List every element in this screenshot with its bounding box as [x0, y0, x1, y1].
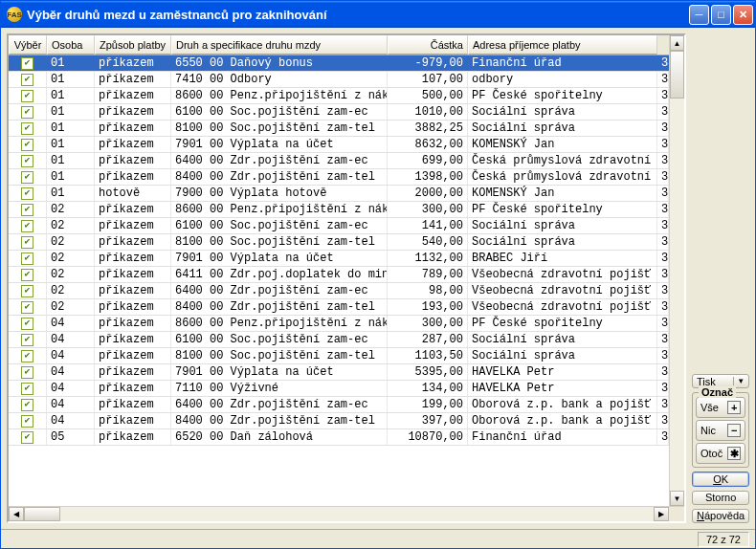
checkbox-icon[interactable]: ✔	[21, 106, 33, 119]
napoveda-button[interactable]: Nápověda	[692, 509, 749, 523]
row-checkbox-cell[interactable]: ✔	[9, 364, 47, 380]
table-row[interactable]: ✔02příkazem6411 00 Zdr.poj.doplatek do m…	[9, 267, 669, 283]
row-checkbox-cell[interactable]: ✔	[9, 234, 47, 250]
table-row[interactable]: ✔01příkazem7410 00 Odbory107,00odbory3	[9, 72, 669, 88]
checkbox-icon[interactable]: ✔	[21, 171, 33, 184]
scroll-left-button[interactable]: ◀	[9, 507, 24, 521]
row-checkbox-cell[interactable]: ✔	[9, 72, 47, 87]
checkbox-icon[interactable]: ✔	[21, 187, 33, 200]
checkbox-icon[interactable]: ✔	[21, 399, 33, 411]
table-row[interactable]: ✔02příkazem8400 00 Zdr.pojištění zam-tel…	[9, 299, 669, 316]
table-row[interactable]: ✔04příkazem6400 00 Zdr.pojištění zam-ec1…	[9, 397, 669, 413]
row-checkbox-cell[interactable]: ✔	[9, 299, 47, 315]
checkbox-icon[interactable]: ✔	[21, 236, 33, 249]
dropdown-icon[interactable]: ▼	[733, 377, 745, 385]
table-row[interactable]: ✔01příkazem8400 00 Zdr.pojištění zam-tel…	[9, 169, 669, 186]
checkbox-icon[interactable]: ✔	[21, 253, 33, 265]
checkbox-icon[interactable]: ✔	[21, 301, 33, 314]
table-row[interactable]: ✔02příkazem8100 00 Soc.pojištění zam-tel…	[9, 234, 669, 251]
otoc-button[interactable]: Otoč ✱	[696, 443, 745, 464]
checkbox-icon[interactable]: ✔	[21, 431, 33, 444]
row-checkbox-cell[interactable]: ✔	[9, 413, 47, 428]
table-row[interactable]: ✔01hotově7900 00 Výplata hotově2000,00KO…	[9, 186, 669, 202]
row-checkbox-cell[interactable]: ✔	[9, 104, 47, 120]
checkbox-icon[interactable]: ✔	[21, 90, 33, 102]
table-row[interactable]: ✔01příkazem6400 00 Zdr.pojištění zam-ec6…	[9, 153, 669, 169]
row-checkbox-cell[interactable]: ✔	[9, 397, 47, 412]
table-row[interactable]: ✔04příkazem8600 00 Penz.připojištění z n…	[9, 316, 669, 332]
table-row[interactable]: ✔04příkazem7901 00 Výplata na účet5395,0…	[9, 364, 669, 381]
col-druh[interactable]: Druh a specifikace druhu mzdy	[171, 35, 388, 55]
scroll-thumb[interactable]	[670, 51, 684, 99]
table-row[interactable]: ✔01příkazem8600 00 Penz.připojištění z n…	[9, 88, 669, 104]
table-row[interactable]: ✔04příkazem8100 00 Soc.pojištění zam-tel…	[9, 348, 669, 364]
col-castka[interactable]: Částka	[388, 35, 468, 55]
checkbox-icon[interactable]: ✔	[21, 318, 33, 330]
vertical-scrollbar[interactable]: ▲ ▼	[669, 35, 684, 506]
table-row[interactable]: ✔02příkazem6100 00 Soc.pojištění zam-ec1…	[9, 218, 669, 234]
table-row[interactable]: ✔01příkazem8100 00 Soc.pojištění zam-tel…	[9, 121, 669, 137]
vse-button[interactable]: Vše +	[696, 397, 745, 418]
row-checkbox-cell[interactable]: ✔	[9, 267, 47, 282]
data-grid[interactable]: Výběr Osoba Způsob platby Druh a specifi…	[7, 33, 686, 523]
scroll-down-button[interactable]: ▼	[670, 491, 684, 506]
minimize-button[interactable]: ─	[689, 5, 709, 25]
row-checkbox-cell[interactable]: ✔	[9, 429, 47, 445]
table-row[interactable]: ✔01příkazem6550 00 Daňový bonus-979,00Fi…	[9, 55, 669, 72]
horizontal-scrollbar[interactable]: ◀ ▶	[9, 507, 684, 521]
row-checkbox-cell[interactable]: ✔	[9, 251, 47, 266]
checkbox-icon[interactable]: ✔	[21, 139, 33, 151]
row-checkbox-cell[interactable]: ✔	[9, 169, 47, 185]
table-row[interactable]: ✔02příkazem8600 00 Penz.připojištění z n…	[9, 202, 669, 218]
close-button[interactable]: ✕	[733, 5, 753, 25]
table-row[interactable]: ✔04příkazem8400 00 Zdr.pojištění zam-tel…	[9, 413, 669, 429]
checkbox-icon[interactable]: ✔	[21, 366, 33, 379]
checkbox-icon[interactable]: ✔	[21, 220, 33, 232]
col-vyber[interactable]: Výběr	[9, 35, 47, 55]
checkbox-icon[interactable]: ✔	[21, 155, 33, 167]
checkbox-icon[interactable]: ✔	[21, 204, 33, 216]
row-checkbox-cell[interactable]: ✔	[9, 381, 47, 396]
table-row[interactable]: ✔01příkazem6100 00 Soc.pojištění zam-ec1…	[9, 104, 669, 121]
ok-button[interactable]: OK	[692, 472, 749, 486]
row-checkbox-cell[interactable]: ✔	[9, 348, 47, 363]
hscroll-track[interactable]	[24, 507, 654, 521]
row-checkbox-cell[interactable]: ✔	[9, 186, 47, 201]
checkbox-icon[interactable]: ✔	[21, 383, 33, 395]
table-row[interactable]: ✔04příkazem7110 00 Výživné134,00HAVELKA …	[9, 381, 669, 397]
storno-button[interactable]: Storno	[692, 491, 749, 505]
maximize-button[interactable]: □	[711, 5, 731, 25]
col-osoba[interactable]: Osoba	[47, 35, 95, 55]
row-checkbox-cell[interactable]: ✔	[9, 88, 47, 103]
row-checkbox-cell[interactable]: ✔	[9, 316, 47, 331]
table-row[interactable]: ✔05příkazem6520 00 Daň zálohová10870,00F…	[9, 429, 669, 446]
row-checkbox-cell[interactable]: ✔	[9, 283, 47, 298]
checkbox-icon[interactable]: ✔	[21, 334, 33, 346]
titlebar[interactable]: FAS Výběr druhů mezd u zaměstnanců pro z…	[1, 1, 755, 28]
checkbox-icon[interactable]: ✔	[21, 74, 33, 86]
scroll-track[interactable]	[670, 51, 684, 491]
col-zpusob[interactable]: Způsob platby	[95, 35, 171, 55]
table-row[interactable]: ✔02příkazem7901 00 Výplata na účet1132,0…	[9, 251, 669, 267]
table-row[interactable]: ✔04příkazem6100 00 Soc.pojištění zam-ec2…	[9, 332, 669, 348]
table-row[interactable]: ✔01příkazem7901 00 Výplata na účet8632,0…	[9, 137, 669, 153]
hscroll-thumb[interactable]	[24, 507, 60, 521]
row-checkbox-cell[interactable]: ✔	[9, 202, 47, 217]
nic-button[interactable]: Nic −	[696, 420, 745, 441]
row-checkbox-cell[interactable]: ✔	[9, 121, 47, 136]
scroll-up-button[interactable]: ▲	[670, 35, 684, 51]
table-row[interactable]: ✔02příkazem6400 00 Zdr.pojištění zam-ec9…	[9, 283, 669, 299]
row-checkbox-cell[interactable]: ✔	[9, 153, 47, 168]
scroll-right-button[interactable]: ▶	[654, 507, 669, 521]
checkbox-icon[interactable]: ✔	[21, 350, 33, 362]
checkbox-icon[interactable]: ✔	[21, 122, 33, 135]
grid-body[interactable]: ✔01příkazem6550 00 Daňový bonus-979,00Fi…	[9, 55, 669, 506]
col-adresa[interactable]: Adresa příjemce platby	[468, 35, 657, 55]
row-checkbox-cell[interactable]: ✔	[9, 137, 47, 152]
checkbox-icon[interactable]: ✔	[21, 269, 33, 281]
row-checkbox-cell[interactable]: ✔	[9, 332, 47, 347]
row-checkbox-cell[interactable]: ✔	[9, 55, 47, 71]
checkbox-icon[interactable]: ✔	[21, 285, 33, 297]
checkbox-icon[interactable]: ✔	[21, 57, 33, 70]
row-checkbox-cell[interactable]: ✔	[9, 218, 47, 233]
